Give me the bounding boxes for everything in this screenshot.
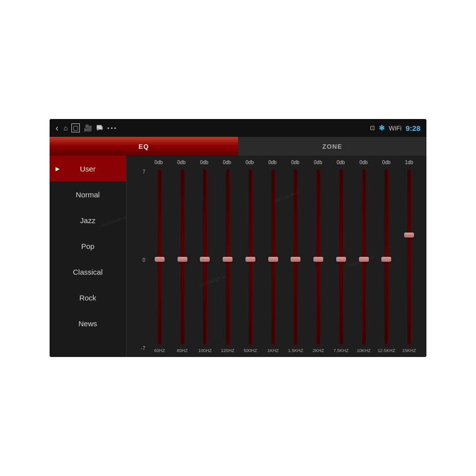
freq-label-100HZ: 100HZ <box>198 348 212 353</box>
slider-col-120HZ: 120HZ <box>216 167 239 353</box>
sidebar-item-rock[interactable]: Rock <box>50 285 126 310</box>
db-label-12.5KHZ: 0db <box>375 160 398 165</box>
scale-top: 7 <box>136 169 147 175</box>
slider-col-1.5KHZ: 1.5KHZ <box>285 167 307 353</box>
slider-thumb-60HZ[interactable] <box>155 257 165 262</box>
main-content: User Normal Jazz Pop Classical Rock News… <box>50 156 426 357</box>
db-label-80HZ: 0db <box>170 160 193 165</box>
slider-track-15KHZ[interactable] <box>407 169 411 345</box>
db-label-7.5KHZ: 0db <box>329 160 352 165</box>
slider-thumb-120HZ[interactable] <box>223 257 233 262</box>
slider-col-2KHZ: 2KHZ <box>307 167 330 353</box>
slider-track-10KHZ[interactable] <box>362 169 366 345</box>
wifi-icon: WiFi <box>389 124 402 132</box>
sidebar-item-jazz[interactable]: Jazz <box>50 207 126 233</box>
eq-db-labels: 0db0db0db0db0db0db0db0db0db0db0db1db <box>147 160 420 165</box>
freq-label-2KHZ: 2KHZ <box>313 348 324 353</box>
slider-track-120HZ[interactable] <box>226 169 230 345</box>
status-bar: ‹ ⌂ ▢ 🎥 ⛟ • • • ⊡ ✻ WiFi 9:28 <box>50 119 426 137</box>
cast-icon: ⊡ <box>370 124 375 131</box>
slider-track-12.5KHZ[interactable] <box>384 169 388 345</box>
slider-thumb-100HZ[interactable] <box>200 257 210 262</box>
scale-bottom: -7 <box>136 346 147 351</box>
more-icon[interactable]: • • • <box>107 125 116 131</box>
slider-col-500HZ: 500HZ <box>239 167 262 353</box>
db-label-1.5KHZ: 0db <box>284 160 307 165</box>
slider-thumb-10KHZ[interactable] <box>359 257 369 262</box>
slider-track-1.5KHZ[interactable] <box>294 169 298 345</box>
slider-col-10KHZ: 10KHZ <box>353 167 375 353</box>
scale-mid: 0 <box>136 257 147 263</box>
db-label-60HZ: 0db <box>147 160 170 165</box>
tab-bar: EQ ZONE <box>50 137 426 156</box>
freq-label-7.5KHZ: 7.5KHZ <box>334 348 349 353</box>
slider-thumb-7.5KHZ[interactable] <box>336 257 346 262</box>
tab-zone[interactable]: ZONE <box>238 137 426 156</box>
freq-label-12.5KHZ: 12.5KHZ <box>378 348 396 353</box>
slider-col-60HZ: 60HZ <box>148 167 171 353</box>
freq-label-1.5KHZ: 1.5KHZ <box>288 348 303 353</box>
nav-icons: ⌂ ▢ 🎥 ⛟ • • • <box>63 123 116 132</box>
eq-area: 0db0db0db0db0db0db0db0db0db0db0db1db 7 0… <box>126 156 426 357</box>
slider-track-2KHZ[interactable] <box>316 169 320 345</box>
sidebar-item-classical[interactable]: Classical <box>50 259 126 285</box>
eq-sliders-row: 7 0 -7 60HZ80HZ100HZ120HZ500HZ1KHZ1.5KHZ… <box>136 167 420 353</box>
sidebar-item-user[interactable]: User <box>50 156 126 181</box>
home-icon[interactable]: ⌂ <box>63 124 67 132</box>
slider-thumb-2KHZ[interactable] <box>313 257 323 262</box>
slider-track-1KHZ[interactable] <box>271 169 275 345</box>
slider-col-12.5KHZ: 12.5KHZ <box>375 167 398 353</box>
db-label-10KHZ: 0db <box>352 160 375 165</box>
device-frame: ‹ ⌂ ▢ 🎥 ⛟ • • • ⊡ ✻ WiFi 9:28 EQ ZONE Us… <box>50 119 426 357</box>
slider-thumb-1KHZ[interactable] <box>268 257 278 262</box>
slider-track-80HZ[interactable] <box>180 169 184 345</box>
slider-col-7.5KHZ: 7.5KHZ <box>330 167 353 353</box>
db-label-15KHZ: 1db <box>398 160 420 165</box>
tab-eq[interactable]: EQ <box>50 137 238 156</box>
back-button[interactable]: ‹ <box>56 123 59 133</box>
eq-scale: 7 0 -7 <box>136 167 147 353</box>
slider-thumb-1.5KHZ[interactable] <box>291 257 300 262</box>
db-label-500HZ: 0db <box>238 160 261 165</box>
db-label-1KHZ: 0db <box>261 160 284 165</box>
db-label-2KHZ: 0db <box>306 160 329 165</box>
slider-track-100HZ[interactable] <box>203 169 207 345</box>
slider-col-80HZ: 80HZ <box>171 167 194 353</box>
db-label-100HZ: 0db <box>193 160 216 165</box>
sidebar-item-pop[interactable]: Pop <box>50 233 126 259</box>
clock: 9:28 <box>406 124 420 132</box>
freq-label-80HZ: 80HZ <box>177 348 188 353</box>
freq-label-15KHZ: 15KHZ <box>402 348 416 353</box>
freq-label-60HZ: 60HZ <box>154 348 165 353</box>
slider-thumb-15KHZ[interactable] <box>404 233 414 238</box>
status-right: ⊡ ✻ WiFi 9:28 <box>370 124 420 132</box>
freq-label-120HZ: 120HZ <box>221 348 235 353</box>
bag-icon[interactable]: ⛟ <box>96 124 103 132</box>
sliders-container: 60HZ80HZ100HZ120HZ500HZ1KHZ1.5KHZ2KHZ7.5… <box>148 167 420 353</box>
db-label-120HZ: 0db <box>216 160 238 165</box>
recents-icon[interactable]: ▢ <box>71 123 80 132</box>
slider-track-7.5KHZ[interactable] <box>339 169 343 345</box>
slider-col-1KHZ: 1KHZ <box>262 167 285 353</box>
slider-thumb-500HZ[interactable] <box>245 257 255 262</box>
sidebar: User Normal Jazz Pop Classical Rock News <box>50 156 126 357</box>
camera-icon[interactable]: 🎥 <box>84 124 92 132</box>
sidebar-item-news[interactable]: News <box>50 310 126 336</box>
slider-thumb-80HZ[interactable] <box>178 257 187 262</box>
freq-label-1KHZ: 1KHZ <box>267 348 279 353</box>
slider-col-15KHZ: 15KHZ <box>398 167 420 353</box>
sidebar-item-normal[interactable]: Normal <box>50 181 126 207</box>
slider-thumb-12.5KHZ[interactable] <box>381 257 391 262</box>
slider-col-100HZ: 100HZ <box>194 167 217 353</box>
slider-track-500HZ[interactable] <box>248 169 252 345</box>
slider-track-60HZ[interactable] <box>158 169 162 345</box>
freq-label-500HZ: 500HZ <box>243 348 257 353</box>
freq-label-10KHZ: 10KHZ <box>357 348 371 353</box>
bluetooth-icon: ✻ <box>379 124 385 132</box>
